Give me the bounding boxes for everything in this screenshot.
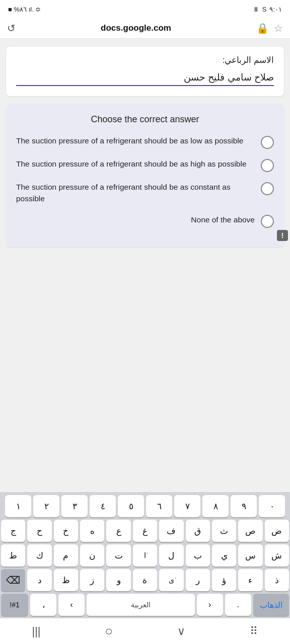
option-text-2: The suction pressure of a refrigerant sh… <box>16 158 255 170</box>
key-waw[interactable]: و <box>106 569 130 591</box>
key-sad[interactable]: ص <box>238 520 262 542</box>
key-space-arabic[interactable]: العربية <box>87 594 195 616</box>
key-alef-maqsura[interactable]: ىٰ <box>159 569 183 591</box>
key-zayn[interactable]: ز <box>80 569 104 591</box>
key-period[interactable]: . <box>225 594 251 616</box>
key-6[interactable]: ٦ <box>146 495 172 517</box>
key-ra[interactable]: ر <box>186 569 210 591</box>
option-row-4[interactable]: None of the above <box>14 214 276 228</box>
key-jeem[interactable]: ج <box>1 520 25 542</box>
key-8[interactable]: ٨ <box>202 495 229 517</box>
nav-back-button[interactable]: ||| <box>24 620 49 642</box>
key-left-chevron[interactable]: ‹ <box>58 594 85 616</box>
key-1[interactable]: ١ <box>5 495 31 517</box>
keyboard-row-numbers: ١ ٢ ٣ ٤ ٥ ٦ ٧ ٨ ٩ ٠ <box>1 495 289 517</box>
key-5[interactable]: ٥ <box>118 495 144 517</box>
browser-icons: 🔒 ☆ <box>256 22 283 34</box>
reload-icon[interactable]: ↺ <box>7 22 16 34</box>
key-ta[interactable]: ط <box>1 544 25 567</box>
key-hamza[interactable]: ء <box>238 569 262 591</box>
exclamation-badge: ! <box>277 230 288 241</box>
keyboard-row-3: ط ك م ن ت اٰ ل ب ي س ش <box>1 544 289 567</box>
key-right-chevron[interactable]: › <box>197 594 223 616</box>
lock-icon: 🔒 <box>256 22 269 34</box>
key-hash[interactable]: !#1 <box>1 594 28 616</box>
key-fa[interactable]: ف <box>159 520 183 542</box>
keyboard-row-2: ج ح خ ه ع غ ف ق ث ص ض <box>1 520 289 542</box>
key-backspace[interactable]: ⌫ <box>1 569 25 591</box>
nav-recents-icon: ∨ <box>177 625 185 638</box>
name-card: الاسم الرباعي: صلاح سامي فليح حسن <box>6 47 284 96</box>
nav-home-button[interactable]: ○ <box>96 620 121 642</box>
nav-recents-button[interactable]: ∨ <box>169 620 194 642</box>
option-row-2[interactable]: The suction pressure of a refrigerant sh… <box>14 158 276 172</box>
radio-4[interactable] <box>261 215 274 228</box>
key-4[interactable]: ٤ <box>90 495 116 517</box>
content-area: الاسم الرباعي: صلاح سامي فليح حسن Choose… <box>0 39 290 492</box>
nav-apps-button[interactable]: ⠿ <box>241 620 266 642</box>
key-ha[interactable]: ح <box>27 520 51 542</box>
key-teh[interactable]: ت <box>106 544 130 567</box>
key-heh[interactable]: ه <box>80 520 104 542</box>
keyboard-row-5: !#1 ، ‹ العربية › . الذهاب <box>1 594 289 616</box>
key-alef[interactable]: اٰ <box>133 544 157 567</box>
key-thaa[interactable]: ث <box>212 520 236 542</box>
key-ain[interactable]: ع <box>106 520 130 542</box>
name-label: الاسم الرباعي: <box>16 55 274 65</box>
nav-back-icon: ||| <box>32 625 40 638</box>
option-text-1: The suction pressure of a refrigerant sh… <box>16 135 255 146</box>
key-dad[interactable]: ض <box>265 520 289 542</box>
key-ya[interactable]: ي <box>212 544 236 567</box>
keyboard: ١ ٢ ٣ ٤ ٥ ٦ ٧ ٨ ٩ ٠ ج ح خ ه ع غ ف ق ث ص … <box>0 492 290 618</box>
status-left: ■ %٨٦ ıl. ≎ <box>8 6 41 13</box>
key-9[interactable]: ٩ <box>231 495 257 517</box>
key-2[interactable]: ٢ <box>33 495 59 517</box>
bottom-nav: ||| ○ ∨ ⠿ <box>0 618 290 644</box>
status-bar: ■ %٨٦ ıl. ≎ ⏸ S ٩:٠١ <box>0 0 290 18</box>
key-thal[interactable]: ذ <box>265 569 289 591</box>
star-icon[interactable]: ☆ <box>274 22 283 34</box>
question-card: Choose the correct answer The suction pr… <box>6 104 284 247</box>
pause-icon: ⏸ <box>253 6 259 13</box>
key-meem[interactable]: م <box>54 544 78 567</box>
key-zha[interactable]: ظ <box>54 569 78 591</box>
radio-1[interactable] <box>261 136 274 149</box>
radio-2[interactable] <box>261 159 274 172</box>
key-comma[interactable]: ، <box>30 594 56 616</box>
key-3[interactable]: ٣ <box>61 495 88 517</box>
nav-apps-icon: ⠿ <box>250 625 258 638</box>
key-go[interactable]: الذهاب <box>253 594 289 616</box>
key-ghain[interactable]: غ <box>133 520 157 542</box>
key-kaf[interactable]: ك <box>27 544 51 567</box>
radio-3[interactable] <box>261 182 274 195</box>
key-dal[interactable]: د <box>27 569 51 591</box>
name-value: صلاح سامي فليح حسن <box>16 71 274 86</box>
key-kha[interactable]: خ <box>54 520 78 542</box>
key-0[interactable]: ٠ <box>259 495 285 517</box>
option-row-3[interactable]: The suction pressure of a refrigerant sh… <box>14 181 276 205</box>
status-right: ⏸ S ٩:٠١ <box>253 6 282 13</box>
option-text-3: The suction pressure of a refrigerant sh… <box>16 181 255 205</box>
key-taa-marbuta[interactable]: ة <box>133 569 157 591</box>
option-text-4: None of the above <box>16 214 255 225</box>
key-waw-hamza[interactable]: ؤ <box>212 569 236 591</box>
key-lam[interactable]: ل <box>159 544 183 567</box>
question-title: Choose the correct answer <box>14 114 276 125</box>
key-qaf[interactable]: ق <box>186 520 210 542</box>
key-seen[interactable]: س <box>238 544 262 567</box>
nav-home-icon: ○ <box>105 623 113 639</box>
option-row-1[interactable]: The suction pressure of a refrigerant sh… <box>14 135 276 149</box>
key-noon[interactable]: ن <box>80 544 104 567</box>
s-icon: S <box>262 6 267 13</box>
key-sheen[interactable]: ش <box>265 544 289 567</box>
keyboard-row-4: ⌫ د ظ ز و ة ىٰ ر ؤ ء ذ <box>1 569 289 591</box>
key-ba[interactable]: ب <box>186 544 210 567</box>
browser-bar: ↺ docs.google.com 🔒 ☆ <box>0 18 290 39</box>
browser-url[interactable]: docs.google.com <box>22 23 250 33</box>
key-7[interactable]: ٧ <box>174 495 200 517</box>
time: ٩:٠١ <box>269 6 282 13</box>
